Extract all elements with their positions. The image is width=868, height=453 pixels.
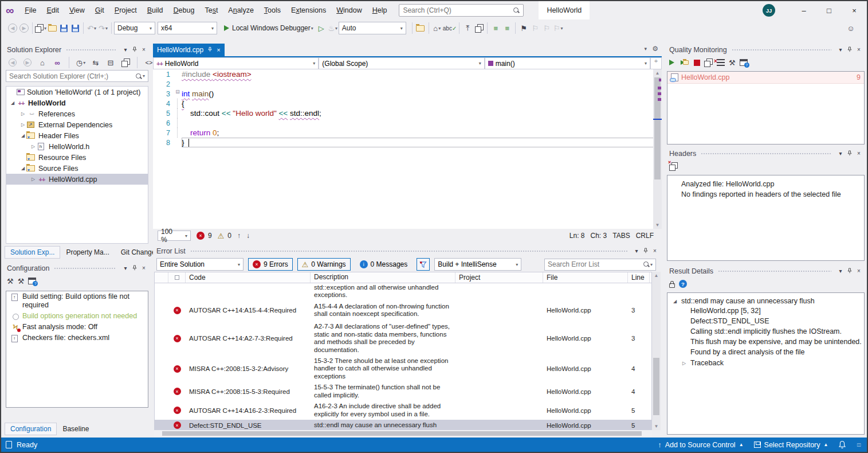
tree-item-helloworld-cpp[interactable]: ▷++HelloWorld.cpp	[6, 174, 148, 185]
expander-icon[interactable]: ▷	[29, 144, 37, 149]
error-row-autosar-c-14-a16-2-3-required[interactable]: ×AUTOSAR C++14:A16-2-3:RequiredA16-2-3 A…	[155, 401, 651, 420]
next-issue-icon[interactable]: ↓	[246, 232, 250, 240]
start-debugging-button[interactable]	[221, 22, 232, 34]
pin-icon[interactable]	[130, 46, 139, 53]
previous-bookmark-icon[interactable]: ⚐	[529, 22, 541, 34]
tab-close-icon[interactable]: ×	[217, 46, 220, 53]
clear-bookmarks-icon[interactable]: ⚐▾	[552, 22, 564, 34]
tree-item-source-files[interactable]: ◢▼Source Files	[6, 163, 148, 174]
analysis-settings-icon[interactable]: ⚒	[729, 58, 736, 67]
collapse-all-icon[interactable]: ⊟	[105, 56, 116, 69]
minimize-button[interactable]: –	[791, 1, 816, 19]
menu-tools[interactable]: Tools	[259, 1, 286, 19]
pin-icon[interactable]	[845, 268, 854, 275]
menu-help[interactable]: Help	[367, 1, 392, 19]
scope-dropdown[interactable]: (Global Scope)▾	[319, 57, 484, 69]
menu-test[interactable]: Test	[199, 1, 223, 19]
code-line-5[interactable]: 5 std::cout << "Hello world" << std::end…	[153, 108, 662, 118]
solution-explorer-search[interactable]: Search Solution Explorer (Ctrl+;) ▾	[6, 70, 148, 82]
help-settings-icon[interactable]	[28, 278, 36, 284]
error-row-misra-c-2008-15-5-3-required[interactable]: ×MISRA C++:2008:15-5-3:Required15-5-3 Th…	[155, 382, 651, 401]
editor-options-gear-icon[interactable]: ⚙	[652, 45, 658, 53]
send-feedback-icon[interactable]: ☺	[845, 22, 857, 34]
expander-icon[interactable]: ▷	[680, 361, 688, 366]
toggle-bookmark-icon[interactable]: ⚑	[518, 22, 529, 34]
window-position-icon[interactable]: ▾	[836, 268, 845, 274]
scrollbar-thumb[interactable]	[162, 431, 642, 436]
scroll-up-icon[interactable]: ▲	[653, 71, 662, 76]
quality-monitoring-row[interactable]: HelloWorld.cpp9	[667, 72, 864, 84]
editor-vertical-scrollbar[interactable]: ▲ ▼	[653, 69, 662, 229]
user-avatar[interactable]: JJ	[763, 4, 775, 17]
window-position-icon[interactable]: ▾	[121, 265, 130, 271]
pin-icon[interactable]	[641, 248, 650, 255]
expander-icon[interactable]: ▷	[29, 177, 37, 182]
split-window-icon[interactable]: ÷	[650, 57, 662, 69]
copy-icon[interactable]	[473, 22, 485, 34]
close-panel-icon[interactable]: ×	[854, 150, 863, 157]
increase-indent-icon[interactable]: ≡	[501, 22, 513, 34]
error-list-search[interactable]: Search Error List ▾	[544, 259, 656, 271]
tree-item-helloworld-h[interactable]: ▷hHelloWorld.h	[6, 141, 148, 152]
help-settings-icon[interactable]	[740, 59, 748, 66]
error-list-vertical-scrollbar[interactable]: ▲ ▼	[652, 272, 661, 430]
code-line-1[interactable]: 1#include <iostream>	[153, 69, 662, 79]
tree-item-header-files[interactable]: ◢▼Header Files	[6, 130, 148, 141]
error-row-autosar-c-14-a15-4-4-required[interactable]: ×AUTOSAR C++14:A15-4-4:RequiredA15-4-4 A…	[155, 299, 651, 321]
window-position-icon[interactable]: ▾	[121, 46, 130, 53]
solution-platform-dropdown[interactable]: x64▾	[158, 22, 217, 34]
find-in-files-icon[interactable]	[415, 22, 426, 34]
project-dropdown[interactable]: ++ HelloWorld▾	[153, 57, 319, 69]
add-to-source-control-button[interactable]: ↑ Add to Source Control ▲	[658, 440, 743, 449]
close-panel-icon[interactable]: ×	[854, 268, 863, 274]
column-header-line[interactable]: Line	[628, 272, 650, 283]
hot-reload-icon[interactable]: ♨▾	[327, 22, 339, 34]
home-icon[interactable]: ⌂	[37, 56, 48, 69]
build-intellisense-dropdown[interactable]: Build + IntelliSense▾	[434, 258, 521, 271]
code-line-4[interactable]: 4{	[153, 99, 662, 108]
code-line-6[interactable]: 6	[153, 118, 662, 128]
window-position-icon[interactable]: ▾	[836, 46, 845, 53]
code-editor[interactable]: 1#include <iostream>23⊟int main()4{5 std…	[153, 69, 662, 229]
editor-warning-count[interactable]: ⚠0	[218, 232, 231, 240]
close-button[interactable]: ×	[842, 1, 867, 19]
tree-item-solution-helloworld-1-of-1-project-[interactable]: Solution 'HelloWorld' (1 of 1 project)	[6, 87, 148, 97]
watch-mode-dropdown[interactable]: Auto▾	[339, 22, 406, 34]
tree-item-external-dependencies[interactable]: ▷↗External Dependencies	[6, 119, 148, 130]
tab-solution-exp-[interactable]: Solution Exp...	[5, 246, 60, 259]
menu-extensions[interactable]: Extensions	[286, 1, 331, 19]
pin-icon[interactable]	[845, 46, 854, 53]
decrease-indent-icon[interactable]: ≡	[490, 22, 501, 34]
sync-with-active-document-icon[interactable]: ⇆	[90, 56, 101, 69]
code-line-8[interactable]: 8}	[153, 138, 662, 147]
lock-icon[interactable]	[669, 283, 675, 288]
document-tab-helloworld-cpp[interactable]: HelloWorld.cpp ×	[153, 44, 225, 56]
show-all-files-icon[interactable]	[120, 56, 131, 69]
column-header-file[interactable]: File	[543, 272, 628, 283]
tree-item-references[interactable]: ▷▫–▫References	[6, 108, 148, 119]
save-all-icon[interactable]	[69, 22, 81, 34]
pin-icon[interactable]	[845, 150, 854, 157]
quick-search-box[interactable]: Search (Ctrl+Q)	[399, 4, 524, 17]
menu-analyze[interactable]: Analyze	[223, 1, 258, 19]
close-panel-icon[interactable]: ×	[650, 248, 659, 254]
error-scope-dropdown[interactable]: Entire Solution▾	[156, 258, 243, 271]
configuration-item[interactable]: ↑Build setting: Build options file not r…	[6, 291, 148, 311]
clear-headers-icon[interactable]: ×	[669, 162, 678, 171]
new-project-icon[interactable]: ▾	[35, 22, 46, 34]
result-details-traceback-node[interactable]: ▷Traceback	[667, 357, 864, 368]
code-line-7[interactable]: 7 return 0;	[153, 128, 662, 138]
undo-icon[interactable]: ↶▾	[86, 22, 97, 34]
navigate-back-icon[interactable]: ◀	[7, 22, 18, 34]
next-bookmark-icon[interactable]: ⚐	[541, 22, 552, 34]
resize-grip[interactable]: ◫	[857, 442, 861, 447]
configuration-item[interactable]: ϞFast analysis mode: Off	[6, 322, 148, 333]
previous-issue-icon[interactable]: ↑	[237, 232, 241, 240]
close-panel-icon[interactable]: ×	[139, 46, 148, 53]
tab-pin-icon[interactable]	[207, 46, 213, 54]
attach-to-process-icon[interactable]: ⤒	[462, 22, 473, 34]
menu-project[interactable]: Project	[109, 1, 142, 19]
expander-icon[interactable]: ▷	[19, 122, 27, 127]
close-panel-icon[interactable]: ×	[854, 46, 863, 53]
forward-icon[interactable]: ▶	[22, 56, 33, 69]
